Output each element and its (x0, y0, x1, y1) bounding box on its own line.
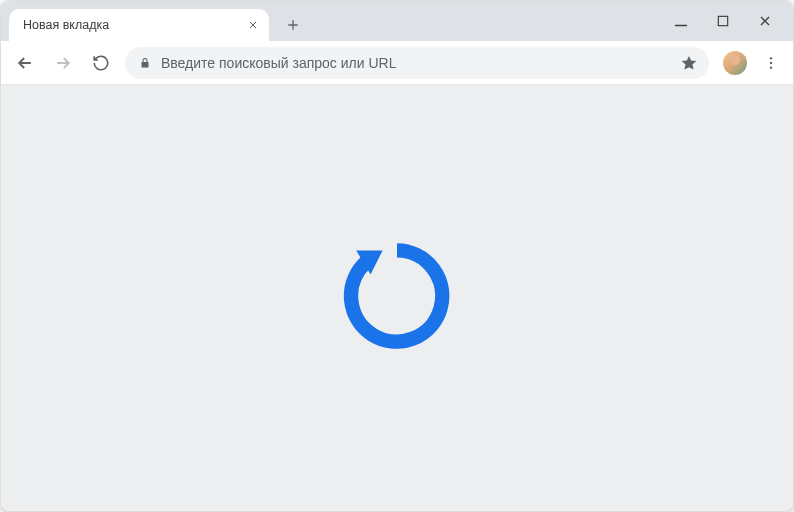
tab-strip: Новая вкладка (1, 1, 793, 41)
close-icon (757, 13, 773, 29)
minimize-icon (672, 12, 690, 30)
svg-rect-0 (718, 16, 727, 25)
lock-icon (139, 57, 151, 69)
maximize-button[interactable] (711, 9, 735, 33)
address-input[interactable] (161, 55, 667, 71)
browser-window: Новая вкладка (0, 0, 794, 512)
update-available-icon (337, 236, 457, 360)
reload-icon (92, 54, 110, 72)
window-controls (669, 1, 787, 41)
page-content (1, 85, 793, 511)
plus-icon (285, 17, 301, 33)
back-button[interactable] (11, 49, 39, 77)
bookmark-button[interactable] (677, 51, 701, 75)
kebab-icon (763, 55, 779, 71)
close-window-button[interactable] (753, 9, 777, 33)
tab[interactable]: Новая вкладка (9, 9, 269, 41)
svg-point-2 (770, 61, 772, 63)
star-icon (680, 54, 698, 72)
close-icon (247, 19, 259, 31)
new-tab-button[interactable] (279, 11, 307, 39)
close-tab-button[interactable] (245, 17, 261, 33)
arrow-left-icon (15, 53, 35, 73)
minimize-button[interactable] (669, 9, 693, 33)
svg-point-3 (770, 66, 772, 68)
svg-point-1 (770, 57, 772, 59)
toolbar (1, 41, 793, 85)
menu-button[interactable] (759, 51, 783, 75)
forward-button[interactable] (49, 49, 77, 77)
tab-title: Новая вкладка (23, 18, 245, 32)
omnibox[interactable] (125, 47, 709, 79)
arrow-right-icon (53, 53, 73, 73)
reload-button[interactable] (87, 49, 115, 77)
profile-avatar[interactable] (723, 51, 747, 75)
maximize-icon (716, 14, 730, 28)
